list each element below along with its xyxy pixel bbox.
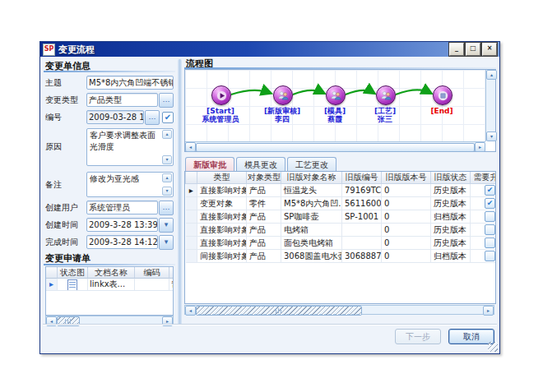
row-indicator — [186, 250, 197, 263]
col-old-status[interactable]: 旧版状态 — [431, 172, 471, 184]
footer-separator — [43, 324, 497, 325]
cell-object-type: 零件 — [247, 197, 281, 210]
people-icon — [330, 90, 342, 102]
header-indicator-cell — [46, 267, 58, 279]
vertical-splitter[interactable] — [178, 59, 182, 325]
flow-arrows — [185, 70, 485, 141]
col-code[interactable]: 编码 — [135, 267, 169, 279]
cell-old-code — [342, 224, 382, 237]
table-row[interactable]: ▸ 直接影响对象 产品 恒温龙头 79169TC 0 历史版本 ✔ — [186, 184, 497, 197]
flow-detail-panel: 流程图 — [184, 57, 496, 334]
resize-grip[interactable] — [488, 342, 498, 352]
tab-mold-change[interactable]: 模具更改 — [236, 157, 285, 171]
scroll-up-icon[interactable]: ▴ — [486, 70, 497, 80]
finish-time-input[interactable]: 2009-3-28 14:12:50 — [86, 235, 158, 249]
table-row[interactable]: 变更对象 零件 M5*8内六角凹... 5611600 0 历史版本 ✔ M5*… — [186, 197, 497, 210]
close-button[interactable]: × — [482, 43, 497, 56]
flow-vscrollbar[interactable]: ▴ ▾ — [485, 70, 495, 141]
flow-node-review[interactable] — [273, 85, 293, 105]
cell-old-version: 0 — [382, 210, 431, 224]
reason-textarea[interactable]: 客户要求调整表面光滑度 ▴ ▾ — [86, 128, 174, 166]
cell-object-type: 产品 — [247, 210, 281, 224]
upgrade-checkbox[interactable] — [485, 224, 495, 235]
scroll-left-icon[interactable]: ◂ — [185, 142, 196, 152]
col-old-version[interactable]: 旧版版本号 — [382, 172, 431, 184]
col-doc-name[interactable]: 文档名称 — [88, 267, 135, 279]
cell-old-version: 0 — [382, 197, 431, 210]
upgrade-checkbox[interactable] — [485, 251, 495, 261]
title-bar[interactable]: SP 变更流程 _ □ × — [40, 42, 499, 57]
node-person: 系统管理员 — [186, 115, 255, 123]
scroll-down-icon[interactable]: ▾ — [162, 187, 172, 196]
scroll-up-icon[interactable]: ▴ — [162, 173, 172, 182]
cell-old-code — [342, 237, 382, 250]
flow-node-craft[interactable] — [376, 85, 396, 105]
maximize-button[interactable]: □ — [466, 43, 480, 56]
cell-type: 间接影响对象 — [197, 250, 247, 263]
cell-old-version: 0 — [382, 237, 431, 250]
col-status-icon[interactable]: 状态图 — [58, 267, 88, 279]
cell-old-status: 历史版本 — [431, 237, 471, 250]
tab-new-version-approval[interactable]: 新版审批 — [185, 157, 234, 171]
flow-chart-canvas[interactable]: [Start] 系统管理员 [新版审核] 李四 [模具] 蔡霞 [工艺] 张三 — [184, 69, 496, 152]
row-indicator — [186, 237, 197, 250]
flow-node-mold[interactable] — [326, 85, 346, 105]
table-row[interactable]: 直接影响对象 产品 电烤箱 0 历史版本 — [186, 224, 497, 237]
field-remark: 备注 修改为亚光感 ▴ ▾ — [45, 172, 174, 197]
flow-hscrollbar[interactable]: ◂ ▸ — [185, 141, 485, 151]
impact-table-hscrollbar[interactable]: ◂ ▸ — [184, 305, 494, 315]
create-time-dropdown-icon[interactable]: ▾ — [159, 218, 174, 233]
create-time-input[interactable]: 2009-3-28 13:39:01 — [86, 218, 158, 232]
node-label-start: [Start] 系统管理员 — [186, 107, 255, 123]
field-create-time: 创建时间 2009-3-28 13:39:01 ▾ — [45, 218, 174, 232]
finish-time-dropdown-icon[interactable]: ▾ — [159, 235, 174, 250]
col-old-code[interactable]: 旧版编号 — [342, 172, 382, 184]
doc-name-cell: linkx表... — [88, 279, 135, 291]
cell-old-code: 3068887 — [342, 250, 382, 263]
upgrade-checkbox[interactable]: ✔ — [485, 198, 495, 209]
creator-input[interactable]: 系统管理员 — [86, 201, 158, 214]
word-document-icon — [67, 279, 77, 291]
minimize-button[interactable]: _ — [449, 43, 464, 56]
field-finish-time: 完成时间 2009-3-28 14:12:50 ▾ — [45, 235, 174, 249]
upgrade-checkbox[interactable]: ✔ — [485, 185, 495, 196]
scroll-down-icon[interactable]: ▾ — [486, 131, 497, 141]
tab-craft-change[interactable]: 工艺更改 — [287, 157, 336, 171]
table-row[interactable]: 直接影响对象 产品 SP咖啡壶 SP-1001 0 归档版本 SP咖 — [186, 210, 497, 224]
col-type[interactable]: 类型 — [197, 172, 247, 184]
change-type-ellipsis-icon[interactable]: … — [159, 93, 174, 108]
creator-ellipsis-icon[interactable]: … — [159, 201, 174, 215]
upgrade-checkbox[interactable] — [485, 238, 495, 248]
request-table-header: 状态图 文档名称 编码 — [46, 267, 173, 279]
scroll-right-icon[interactable]: ▸ — [483, 306, 494, 316]
table-row[interactable]: 间接影响对象 产品 3068圆盖电水壶 3068887 0 归档版本 — [186, 250, 497, 263]
upgrade-checkbox[interactable] — [485, 211, 495, 222]
number-checkbox[interactable]: ✔ — [162, 112, 174, 123]
change-type-input[interactable]: 产品类型 — [86, 93, 158, 107]
scrollbar-thumb[interactable] — [196, 143, 475, 152]
client-area: 变更单信息 主题 M5*8内六角凹端不锈钢紧固螺钉 变更类型 产品类型 … — [40, 57, 499, 353]
detail-tabs: 新版审批 模具更改 工艺更改 — [185, 157, 336, 171]
subject-input[interactable]: M5*8内六角凹端不锈钢紧固螺钉 — [86, 76, 174, 90]
remark-textarea[interactable]: 修改为亚光感 ▴ ▾ — [86, 172, 174, 197]
scrollbar-thumb[interactable] — [196, 306, 362, 316]
cell-old-status: 归档版本 — [431, 250, 471, 263]
subject-label: 主题 — [45, 77, 86, 89]
request-table-row[interactable]: ▸ linkx表... 普通 — [46, 279, 173, 291]
scroll-down-icon[interactable]: ▾ — [162, 155, 172, 164]
col-need-upgrade[interactable]: 需要升级 — [471, 172, 497, 184]
col-object-type[interactable]: 对象类型 — [247, 172, 281, 184]
section-underline — [44, 71, 175, 72]
next-button[interactable]: 下一步 — [395, 329, 441, 344]
number-ellipsis-icon[interactable]: … — [145, 110, 160, 125]
number-input[interactable]: 2009-03-28 13:39:01 — [86, 110, 144, 124]
scroll-right-icon[interactable]: ▸ — [475, 142, 485, 152]
table-row[interactable]: 直接影响对象 产品 面包类电烤箱 0 历史版本 — [186, 237, 497, 250]
scroll-up-icon[interactable]: ▴ — [162, 130, 172, 139]
row-indicator — [186, 197, 197, 210]
scroll-left-icon[interactable]: ◂ — [185, 306, 196, 316]
col-old-name[interactable]: 旧版对象名称 — [281, 172, 342, 184]
flow-node-end[interactable] — [433, 85, 452, 105]
flow-node-start[interactable] — [211, 85, 231, 105]
change-order-info-panel: 变更单信息 主题 M5*8内六角凹端不锈钢紧固螺钉 变更类型 产品类型 … — [44, 59, 175, 325]
